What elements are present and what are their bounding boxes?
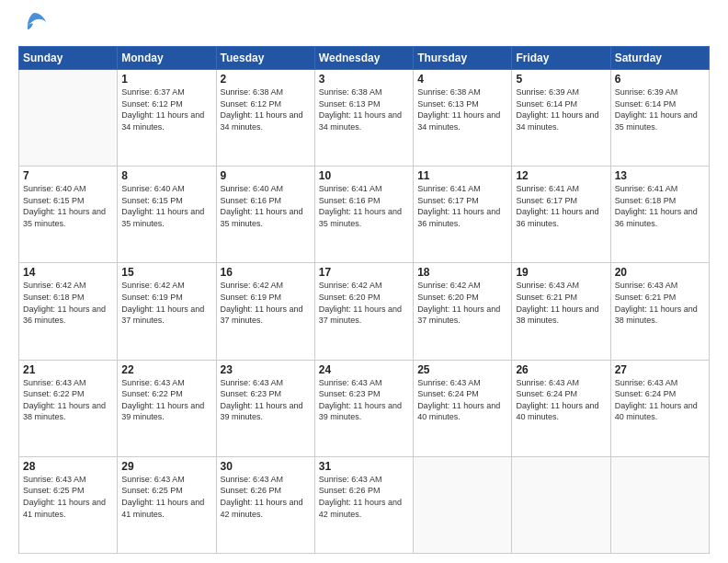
sunset-text: Sunset: 6:25 PM [23, 486, 85, 495]
day-number: 11 [417, 169, 507, 182]
calendar-cell: 24Sunrise: 6:43 AMSunset: 6:23 PMDayligh… [314, 360, 413, 456]
cell-info: Sunrise: 6:43 AMSunset: 6:26 PMDaylight:… [319, 474, 409, 520]
sunrise-text: Sunrise: 6:41 AM [516, 184, 579, 193]
day-number: 21 [23, 363, 113, 376]
day-number: 10 [319, 169, 409, 182]
day-number: 29 [121, 460, 211, 473]
cell-info: Sunrise: 6:43 AMSunset: 6:23 PMDaylight:… [221, 377, 311, 423]
daylight-text: Daylight: 11 hours and 35 minutes. [221, 207, 303, 228]
weekday-tuesday: Tuesday [216, 47, 314, 70]
calendar-cell: 10Sunrise: 6:41 AMSunset: 6:16 PMDayligh… [314, 167, 413, 263]
daylight-text: Daylight: 11 hours and 34 minutes. [516, 110, 598, 132]
daylight-text: Daylight: 11 hours and 34 minutes. [221, 110, 303, 132]
sunrise-text: Sunrise: 6:38 AM [417, 87, 481, 97]
calendar-cell [512, 456, 610, 553]
cell-info: Sunrise: 6:40 AMSunset: 6:15 PMDaylight:… [121, 183, 211, 229]
cell-info: Sunrise: 6:43 AMSunset: 6:22 PMDaylight:… [121, 377, 211, 423]
sunrise-text: Sunrise: 6:41 AM [417, 184, 481, 193]
daylight-text: Daylight: 11 hours and 35 minutes. [23, 207, 106, 228]
day-number: 1 [121, 73, 211, 86]
calendar-cell: 5Sunrise: 6:39 AMSunset: 6:14 PMDaylight… [512, 70, 610, 167]
cell-info: Sunrise: 6:43 AMSunset: 6:23 PMDaylight:… [319, 377, 409, 423]
calendar-cell: 26Sunrise: 6:43 AMSunset: 6:24 PMDayligh… [512, 360, 610, 456]
cell-info: Sunrise: 6:41 AMSunset: 6:16 PMDaylight:… [319, 183, 409, 229]
sunset-text: Sunset: 6:20 PM [319, 293, 381, 302]
weekday-wednesday: Wednesday [314, 47, 413, 70]
cell-info: Sunrise: 6:38 AMSunset: 6:13 PMDaylight:… [417, 86, 507, 132]
weekday-sunday: Sunday [19, 47, 118, 70]
calendar-cell: 7Sunrise: 6:40 AMSunset: 6:15 PMDaylight… [19, 167, 118, 263]
sunrise-text: Sunrise: 6:38 AM [319, 87, 382, 97]
sunset-text: Sunset: 6:26 PM [221, 486, 282, 495]
daylight-text: Daylight: 11 hours and 36 minutes. [417, 207, 500, 228]
sunrise-text: Sunrise: 6:42 AM [23, 281, 86, 290]
sunset-text: Sunset: 6:24 PM [615, 389, 677, 398]
page: SundayMondayTuesdayWednesdayThursdayFrid… [0, 0, 728, 563]
header [18, 15, 710, 39]
daylight-text: Daylight: 11 hours and 35 minutes. [319, 207, 402, 228]
cell-info: Sunrise: 6:42 AMSunset: 6:20 PMDaylight:… [319, 280, 409, 326]
calendar-cell [414, 456, 512, 553]
calendar-cell: 31Sunrise: 6:43 AMSunset: 6:26 PMDayligh… [314, 456, 413, 553]
sunrise-text: Sunrise: 6:42 AM [319, 281, 382, 290]
sunset-text: Sunset: 6:26 PM [319, 486, 381, 495]
sunrise-text: Sunrise: 6:42 AM [417, 281, 481, 290]
calendar-table: SundayMondayTuesdayWednesdayThursdayFrid… [18, 46, 710, 554]
calendar-cell: 15Sunrise: 6:42 AMSunset: 6:19 PMDayligh… [118, 263, 216, 360]
day-number: 8 [121, 169, 211, 182]
sunset-text: Sunset: 6:20 PM [417, 293, 479, 302]
cell-info: Sunrise: 6:42 AMSunset: 6:19 PMDaylight:… [121, 280, 211, 326]
sunrise-text: Sunrise: 6:43 AM [121, 475, 185, 484]
sunrise-text: Sunrise: 6:41 AM [319, 184, 382, 193]
cell-info: Sunrise: 6:38 AMSunset: 6:12 PMDaylight:… [221, 86, 311, 132]
sunrise-text: Sunrise: 6:43 AM [615, 378, 678, 387]
sunset-text: Sunset: 6:18 PM [23, 293, 85, 302]
daylight-text: Daylight: 11 hours and 42 minutes. [319, 498, 402, 519]
sunrise-text: Sunrise: 6:43 AM [319, 475, 382, 484]
sunset-text: Sunset: 6:12 PM [121, 99, 183, 109]
sunset-text: Sunset: 6:23 PM [221, 389, 282, 398]
daylight-text: Daylight: 11 hours and 40 minutes. [417, 401, 500, 422]
cell-info: Sunrise: 6:37 AMSunset: 6:12 PMDaylight:… [121, 86, 211, 132]
calendar-cell: 29Sunrise: 6:43 AMSunset: 6:25 PMDayligh… [118, 456, 216, 553]
day-number: 7 [23, 169, 113, 182]
cell-info: Sunrise: 6:43 AMSunset: 6:25 PMDaylight:… [121, 474, 211, 520]
sunset-text: Sunset: 6:23 PM [319, 389, 381, 398]
sunrise-text: Sunrise: 6:39 AM [516, 87, 579, 97]
daylight-text: Daylight: 11 hours and 36 minutes. [516, 207, 598, 228]
sunset-text: Sunset: 6:16 PM [221, 196, 282, 205]
sunrise-text: Sunrise: 6:37 AM [121, 87, 185, 97]
calendar-cell: 12Sunrise: 6:41 AMSunset: 6:17 PMDayligh… [512, 167, 610, 263]
calendar-cell: 20Sunrise: 6:43 AMSunset: 6:21 PMDayligh… [610, 263, 709, 360]
daylight-text: Daylight: 11 hours and 41 minutes. [23, 498, 106, 519]
cell-info: Sunrise: 6:40 AMSunset: 6:15 PMDaylight:… [23, 183, 113, 229]
sunrise-text: Sunrise: 6:43 AM [417, 378, 481, 387]
calendar-week-2: 7Sunrise: 6:40 AMSunset: 6:15 PMDaylight… [19, 167, 710, 263]
sunset-text: Sunset: 6:21 PM [615, 293, 677, 302]
daylight-text: Daylight: 11 hours and 35 minutes. [615, 110, 698, 132]
calendar-cell: 19Sunrise: 6:43 AMSunset: 6:21 PMDayligh… [512, 263, 610, 360]
daylight-text: Daylight: 11 hours and 37 minutes. [417, 304, 500, 326]
calendar-cell: 3Sunrise: 6:38 AMSunset: 6:13 PMDaylight… [314, 70, 413, 167]
sunrise-text: Sunrise: 6:43 AM [23, 475, 86, 484]
day-number: 27 [615, 363, 705, 376]
calendar-cell: 2Sunrise: 6:38 AMSunset: 6:12 PMDaylight… [216, 70, 314, 167]
calendar-cell: 1Sunrise: 6:37 AMSunset: 6:12 PMDaylight… [118, 70, 216, 167]
cell-info: Sunrise: 6:40 AMSunset: 6:16 PMDaylight:… [221, 183, 311, 229]
day-number: 26 [516, 363, 606, 376]
day-number: 25 [417, 363, 507, 376]
day-number: 23 [221, 363, 311, 376]
daylight-text: Daylight: 11 hours and 42 minutes. [221, 498, 303, 519]
sunrise-text: Sunrise: 6:43 AM [221, 378, 284, 387]
calendar-week-4: 21Sunrise: 6:43 AMSunset: 6:22 PMDayligh… [19, 360, 710, 456]
calendar-cell: 11Sunrise: 6:41 AMSunset: 6:17 PMDayligh… [414, 167, 512, 263]
sunset-text: Sunset: 6:21 PM [516, 293, 577, 302]
day-number: 4 [417, 73, 507, 86]
logo-bird-icon [22, 9, 48, 39]
cell-info: Sunrise: 6:43 AMSunset: 6:26 PMDaylight:… [221, 474, 311, 520]
sunrise-text: Sunrise: 6:43 AM [121, 378, 185, 387]
sunset-text: Sunset: 6:24 PM [516, 389, 577, 398]
sunset-text: Sunset: 6:16 PM [319, 196, 381, 205]
day-number: 13 [615, 169, 705, 182]
sunset-text: Sunset: 6:17 PM [417, 196, 479, 205]
